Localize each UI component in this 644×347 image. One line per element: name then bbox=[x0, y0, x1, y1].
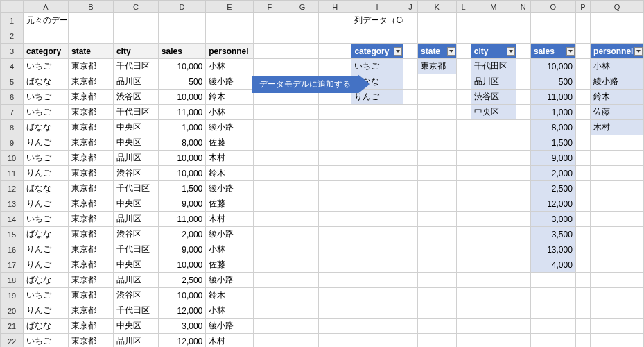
cell-A2[interactable] bbox=[24, 28, 69, 44]
cell-D14[interactable]: 11,000 bbox=[158, 212, 205, 227]
cell-F7[interactable] bbox=[253, 105, 286, 120]
cell-M19[interactable] bbox=[471, 288, 516, 303]
cell-J3[interactable] bbox=[403, 44, 417, 59]
col-header-M[interactable]: M bbox=[471, 1, 516, 13]
cell-E4[interactable]: 小林 bbox=[206, 59, 253, 74]
cell-L21[interactable] bbox=[456, 319, 471, 334]
cell-P12[interactable] bbox=[575, 181, 590, 196]
cell-B10[interactable]: 東京都 bbox=[68, 151, 113, 166]
cell-G1[interactable] bbox=[286, 13, 318, 28]
row-header-7[interactable]: 7 bbox=[1, 105, 24, 120]
cell-I18[interactable] bbox=[351, 273, 403, 288]
cell-B15[interactable]: 東京都 bbox=[68, 227, 113, 242]
cell-F12[interactable] bbox=[253, 181, 286, 196]
cell-O14[interactable]: 3,000 bbox=[530, 212, 575, 227]
cell-P21[interactable] bbox=[575, 319, 590, 334]
cell-C5[interactable]: 品川区 bbox=[113, 74, 158, 90]
cell-E17[interactable]: 佐藤 bbox=[206, 257, 253, 273]
cell-B17[interactable]: 東京都 bbox=[68, 257, 113, 273]
cell-L6[interactable] bbox=[456, 90, 471, 105]
filter-header-state[interactable]: state bbox=[418, 44, 456, 59]
cell-D6[interactable]: 10,000 bbox=[158, 90, 205, 105]
cell-L15[interactable] bbox=[456, 227, 471, 242]
cell-A14[interactable]: いちご bbox=[24, 212, 69, 227]
cell-E9[interactable]: 佐藤 bbox=[206, 135, 253, 151]
cell-E11[interactable]: 鈴木 bbox=[206, 166, 253, 181]
cell-D2[interactable] bbox=[158, 28, 205, 44]
cell-J13[interactable] bbox=[403, 196, 417, 212]
cell-A3[interactable]: category bbox=[24, 44, 69, 59]
cell-N9[interactable] bbox=[516, 135, 530, 151]
cell-H21[interactable] bbox=[319, 319, 351, 334]
cell-N21[interactable] bbox=[516, 319, 530, 334]
cell-P20[interactable] bbox=[575, 303, 590, 319]
cell-J21[interactable] bbox=[403, 319, 417, 334]
cell-J15[interactable] bbox=[403, 227, 417, 242]
col-header-B[interactable]: B bbox=[68, 1, 113, 13]
cell-A6[interactable]: いちご bbox=[24, 90, 69, 105]
cell-N7[interactable] bbox=[516, 105, 530, 120]
cell-B1[interactable] bbox=[68, 13, 113, 28]
cell-N2[interactable] bbox=[516, 28, 530, 44]
cell-I14[interactable] bbox=[351, 212, 403, 227]
cell-E13[interactable]: 佐藤 bbox=[206, 196, 253, 212]
cell-H4[interactable] bbox=[319, 59, 351, 74]
row-header-21[interactable]: 21 bbox=[1, 319, 24, 334]
cell-B21[interactable]: 東京都 bbox=[68, 319, 113, 334]
cell-Q7[interactable]: 佐藤 bbox=[591, 105, 644, 120]
cell-O12[interactable]: 2,500 bbox=[530, 181, 575, 196]
cell-G3[interactable] bbox=[286, 44, 318, 59]
cell-B2[interactable] bbox=[68, 28, 113, 44]
col-header-Q[interactable]: Q bbox=[591, 1, 644, 13]
row-header-4[interactable]: 4 bbox=[1, 59, 24, 74]
cell-P7[interactable] bbox=[575, 105, 590, 120]
col-header-P[interactable]: P bbox=[575, 1, 590, 13]
cell-D15[interactable]: 2,000 bbox=[158, 227, 205, 242]
cell-I13[interactable] bbox=[351, 196, 403, 212]
cell-M17[interactable] bbox=[471, 257, 516, 273]
cell-G19[interactable] bbox=[286, 288, 318, 303]
cell-J2[interactable] bbox=[403, 28, 417, 44]
cell-P8[interactable] bbox=[575, 120, 590, 135]
cell-B16[interactable]: 東京都 bbox=[68, 242, 113, 257]
cell-M13[interactable] bbox=[471, 196, 516, 212]
cell-C7[interactable]: 千代田区 bbox=[113, 105, 158, 120]
cell-H15[interactable] bbox=[319, 227, 351, 242]
cell-E7[interactable]: 小林 bbox=[206, 105, 253, 120]
row-header-12[interactable]: 12 bbox=[1, 181, 24, 196]
cell-O22[interactable] bbox=[530, 334, 575, 348]
cell-O18[interactable] bbox=[530, 273, 575, 288]
cell-K16[interactable] bbox=[418, 242, 456, 257]
cell-Q19[interactable] bbox=[591, 288, 644, 303]
cell-M8[interactable] bbox=[471, 120, 516, 135]
row-header-22[interactable]: 22 bbox=[1, 334, 24, 348]
cell-N3[interactable] bbox=[516, 44, 530, 59]
cell-J22[interactable] bbox=[403, 334, 417, 348]
cell-L4[interactable] bbox=[456, 59, 471, 74]
cell-A1[interactable]: 元々のデータセット bbox=[24, 13, 69, 28]
cell-N20[interactable] bbox=[516, 303, 530, 319]
dropdown-icon[interactable] bbox=[507, 47, 515, 56]
cell-I19[interactable] bbox=[351, 288, 403, 303]
cell-B5[interactable]: 東京都 bbox=[68, 74, 113, 90]
cell-K22[interactable] bbox=[418, 334, 456, 348]
cell-O8[interactable]: 8,000 bbox=[530, 120, 575, 135]
cell-C22[interactable]: 品川区 bbox=[113, 334, 158, 348]
cell-Q12[interactable] bbox=[591, 181, 644, 196]
cell-B8[interactable]: 東京都 bbox=[68, 120, 113, 135]
cell-E2[interactable] bbox=[206, 28, 253, 44]
cell-L7[interactable] bbox=[456, 105, 471, 120]
cell-H2[interactable] bbox=[319, 28, 351, 44]
cell-N12[interactable] bbox=[516, 181, 530, 196]
cell-K9[interactable] bbox=[418, 135, 456, 151]
cell-G12[interactable] bbox=[286, 181, 318, 196]
cell-M4[interactable]: 千代田区 bbox=[471, 59, 516, 74]
row-header-13[interactable]: 13 bbox=[1, 196, 24, 212]
cell-L5[interactable] bbox=[456, 74, 471, 90]
cell-C13[interactable]: 中央区 bbox=[113, 196, 158, 212]
cell-Q6[interactable]: 鈴木 bbox=[591, 90, 644, 105]
row-header-18[interactable]: 18 bbox=[1, 273, 24, 288]
cell-J14[interactable] bbox=[403, 212, 417, 227]
cell-O19[interactable] bbox=[530, 288, 575, 303]
cell-M22[interactable] bbox=[471, 334, 516, 348]
